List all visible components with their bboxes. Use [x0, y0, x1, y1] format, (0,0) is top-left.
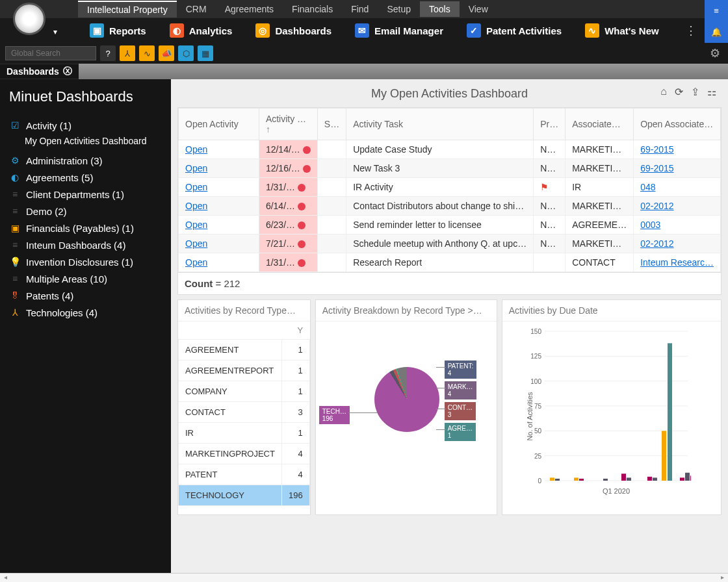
summary-row[interactable]: IR1 — [179, 423, 310, 444]
table-row[interactable]: Open1/31/… Research ReportCONTACTInteum … — [179, 253, 721, 272]
svg-rect-19 — [621, 474, 626, 481]
svg-rect-18 — [603, 479, 608, 481]
column-header[interactable]: Activity … ↑ — [259, 108, 317, 140]
global-search-input[interactable] — [5, 46, 96, 60]
col-y[interactable]: Y — [281, 322, 309, 340]
export-icon[interactable]: ⇪ — [691, 86, 699, 98]
ribbon-analytics[interactable]: ◐Analytics — [158, 23, 244, 38]
sidebar-subitem[interactable]: My Open Activities Dashboard — [9, 135, 162, 147]
assoc-link[interactable]: 02-2012 — [640, 238, 673, 249]
open-link[interactable]: Open — [185, 144, 207, 155]
settings-icon[interactable]: ⚏ — [707, 86, 716, 98]
top-tab-intellectual-property[interactable]: Intellectual Property — [78, 1, 177, 18]
ribbon-icon: ✓ — [467, 23, 481, 38]
sidebar-item[interactable]: 💡Invention Disclosures (1) — [9, 253, 162, 270]
assoc-link[interactable]: 69-2015 — [640, 144, 673, 155]
column-header[interactable]: Open Activity — [179, 108, 259, 140]
summary-row[interactable]: AGREEMENT1 — [179, 340, 310, 361]
sidebar-item[interactable]: ⚙Administration (3) — [9, 152, 162, 169]
table-row[interactable]: Open6/14/… Contact Distributors about ch… — [179, 197, 721, 216]
assoc-link[interactable]: 69-2015 — [640, 163, 673, 173]
svg-rect-17 — [579, 479, 584, 481]
panel-title: Activity Breakdown by Record Type >… — [316, 300, 497, 322]
summary-row[interactable]: AGREEMENTREPORT1 — [179, 361, 310, 381]
priority-cell: ⚑ — [534, 178, 566, 197]
summary-row[interactable]: PATENT4 — [179, 464, 310, 485]
column-header[interactable]: Pr… — [534, 108, 566, 140]
announce-icon[interactable]: 📣 — [159, 45, 174, 61]
sidebar-item[interactable]: ≡Multiple Areas (10) — [9, 270, 162, 287]
column-header[interactable]: S… — [317, 108, 346, 140]
open-link[interactable]: Open — [185, 238, 207, 249]
pie-chart[interactable] — [374, 367, 439, 432]
ribbon-dashboards[interactable]: ◎Dashboards — [244, 23, 343, 38]
summary-row[interactable]: COMPANY1 — [179, 381, 310, 402]
ribbon-patent-activities[interactable]: ✓Patent Activities — [455, 23, 573, 38]
table-row[interactable]: Open12/14/… Update Case StudyN…MARKETI…6… — [179, 140, 721, 159]
help-icon[interactable]: ? — [100, 45, 116, 61]
panel-title: Activities by Record Type… — [178, 300, 310, 322]
close-icon[interactable]: ⓧ — [63, 66, 72, 77]
app-logo[interactable] — [13, 3, 46, 35]
sidebar-label: Inteum Dashboards (4) — [26, 240, 125, 251]
grid-icon[interactable]: ▦ — [198, 45, 213, 61]
tab-dashboards[interactable]: Dashboards ⓧ — [0, 64, 79, 79]
sidebar-item[interactable]: ☑Activity (1) — [9, 117, 162, 134]
column-header[interactable]: Open Associate… — [634, 108, 721, 140]
open-link[interactable]: Open — [185, 220, 207, 230]
gear-icon[interactable]: ⚙ — [707, 45, 723, 61]
sidebar-item[interactable]: ≡Client Departments (1) — [9, 186, 162, 203]
summary-row[interactable]: MARKETINGPROJECT4 — [179, 444, 310, 464]
ribbon-what's-new[interactable]: ∿What's New — [573, 23, 671, 38]
rss-icon[interactable]: ∿ — [139, 45, 155, 61]
pie-label: CONT…3 — [445, 402, 476, 420]
assoc-link[interactable]: Inteum Researc… — [640, 257, 714, 268]
table-row[interactable]: Open7/21/… Schedule meetup with Anthony … — [179, 234, 721, 253]
table-row[interactable]: Open1/31/… IR Activity⚑IR048 — [179, 178, 721, 197]
sidebar-item[interactable]: ▣Financials (Payables) (1) — [9, 220, 162, 236]
open-link[interactable]: Open — [185, 257, 207, 268]
table-row[interactable]: Open12/16/… New Task 3N…MARKETI…69-2015 — [179, 159, 721, 178]
status-dot-icon — [298, 184, 306, 192]
table-row[interactable]: Open6/23/… Send reminder letter to licen… — [179, 216, 721, 234]
sidebar-label: Demo (2) — [26, 206, 67, 217]
more-icon[interactable]: ⋮ — [685, 23, 697, 38]
column-header[interactable]: Associate… — [566, 108, 634, 140]
sidebar-item[interactable]: ≡Demo (2) — [9, 203, 162, 220]
open-link[interactable]: Open — [185, 201, 207, 211]
folder-icon: 💡 — [9, 256, 21, 268]
summary-row[interactable]: TECHNOLOGY196 — [179, 485, 310, 506]
ribbon-reports[interactable]: ▣Reports — [78, 23, 158, 38]
bar-chart[interactable]: 0255075100125150Q1 2020 — [528, 328, 691, 497]
ribbon-email-manager[interactable]: ✉Email Manager — [343, 23, 455, 38]
sidebar-item[interactable]: ◐Agreements (5) — [9, 169, 162, 186]
open-link[interactable]: Open — [185, 182, 207, 192]
hamburger-icon[interactable]: ≡ — [714, 6, 719, 16]
assoc-cell: MARKETI… — [566, 234, 634, 253]
column-header[interactable]: Activity Task — [346, 108, 534, 140]
org-icon[interactable]: ⬡ — [178, 45, 194, 61]
refresh-icon[interactable]: ⟳ — [675, 86, 683, 98]
bell-icon[interactable]: 🔔 — [711, 27, 722, 37]
logo-menu-chevron[interactable]: ▾ — [53, 27, 57, 36]
sidebar: Minuet Dashboards ☑Activity (1)My Open A… — [0, 79, 171, 573]
open-link[interactable]: Open — [185, 163, 207, 173]
home-icon[interactable]: ⌂ — [660, 86, 667, 98]
svg-text:75: 75 — [534, 403, 542, 410]
top-tab-view[interactable]: View — [460, 1, 497, 17]
top-tab-setup[interactable]: Setup — [378, 1, 420, 17]
due-cell: 6/14/… — [259, 197, 317, 216]
assoc-link[interactable]: 048 — [640, 182, 655, 192]
summary-row[interactable]: CONTACT3 — [179, 402, 310, 423]
assoc-link[interactable]: 0003 — [640, 220, 660, 230]
top-tab-agreements[interactable]: Agreements — [216, 1, 283, 17]
assoc-link[interactable]: 02-2012 — [640, 201, 673, 211]
sidebar-item[interactable]: ⅄Technologies (4) — [9, 304, 162, 321]
top-tab-tools[interactable]: Tools — [420, 1, 460, 17]
sidebar-item[interactable]: ≡Inteum Dashboards (4) — [9, 236, 162, 253]
sidebar-item[interactable]: 🎖Patents (4) — [9, 287, 162, 304]
top-tab-financials[interactable]: Financials — [283, 1, 342, 17]
top-tab-find[interactable]: Find — [342, 1, 378, 17]
top-tab-crm[interactable]: CRM — [177, 1, 216, 17]
tool-icon-1[interactable]: ⅄ — [120, 45, 135, 61]
